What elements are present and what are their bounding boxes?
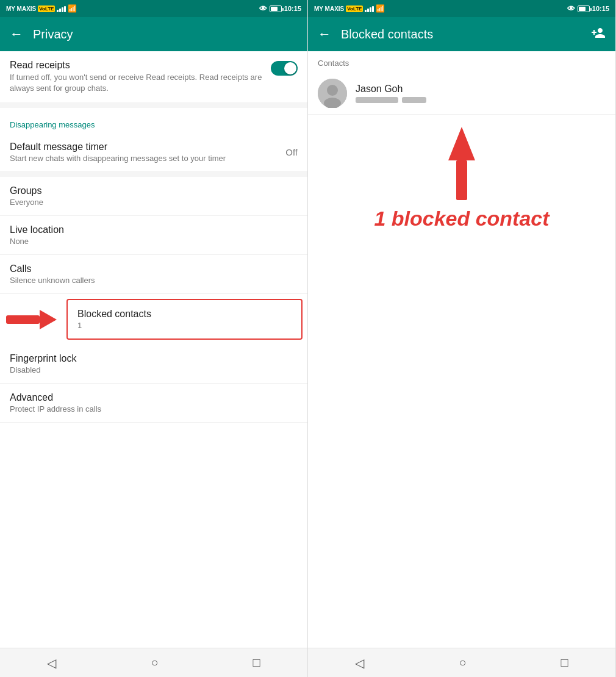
carrier-left: MY MAXIS [6,5,36,12]
volte-label-left: VoLTE [38,5,55,12]
divider-2 [0,172,307,177]
read-receipts-item[interactable]: Read receipts If turned off, you won't s… [0,51,307,103]
up-arrow-container [448,127,475,200]
bottom-nav-right: ◁ ○ □ [308,648,615,677]
back-nav-left[interactable]: ◁ [47,656,56,670]
arrow-shaft [6,315,40,324]
add-person-icon [591,26,606,40]
blocked-contacts-content: Contacts Jason Goh [308,51,615,648]
left-arrow-annotation [6,310,57,329]
live-location-item[interactable]: Live location None [0,216,307,255]
contact-name-jason: Jason Goh [356,84,606,95]
time-right: 10:15 [592,5,609,12]
timer-title: Default message timer [10,141,226,152]
home-nav-right[interactable]: ○ [459,656,466,670]
contact-jason-goh[interactable]: Jason Goh [308,73,615,115]
right-panel: MY MAXIS VoLTE 📶 👁 10:15 ← Blocked conta… [308,0,616,677]
status-bar-right: MY MAXIS VoLTE 📶 👁 10:15 [308,0,615,17]
battery-left [270,5,282,12]
back-button-left[interactable]: ← [10,26,23,42]
arrow-shaft-up [456,160,467,200]
carrier-right: MY MAXIS [314,5,344,12]
status-bar-left: MY MAXIS VoLTE 📶 👁 10:15 [0,0,307,17]
wifi-icon-right: 📶 [376,4,385,13]
time-left: 10:15 [284,5,301,12]
bottom-nav-left: ◁ ○ □ [0,648,307,677]
live-location-title: Live location [10,224,298,235]
home-nav-left[interactable]: ○ [151,656,158,670]
recent-nav-right[interactable]: □ [560,656,568,670]
add-contact-button[interactable] [591,26,606,43]
signal-bars-left [57,5,66,12]
arrow-head-up [448,127,475,160]
volte-label-right: VoLTE [346,5,363,12]
timer-value: Off [285,147,298,157]
advanced-subtitle: Protect IP address in calls [10,404,298,414]
fingerprint-lock-item[interactable]: Fingerprint lock Disabled [0,345,307,384]
left-panel: MY MAXIS VoLTE 📶 👁 10:15 ← Privacy [0,0,308,677]
calls-title: Calls [10,263,298,274]
groups-item[interactable]: Groups Everyone [0,177,307,216]
back-button-right[interactable]: ← [318,26,331,42]
blocked-contacts-title-header: Blocked contacts [341,27,581,41]
calls-item[interactable]: Calls Silence unknown callers [0,255,307,294]
default-message-timer-item[interactable]: Default message timer Start new chats wi… [0,133,307,172]
blocked-contacts-count: 1 [77,321,292,330]
live-location-subtitle: None [10,237,298,246]
svg-point-1 [327,85,338,96]
contact-info-jason: Jason Goh [356,84,606,103]
blocked-contacts-row: Blocked contacts 1 [0,294,307,345]
recent-nav-left[interactable]: □ [252,656,260,670]
avatar-jason [318,79,347,108]
privacy-title: Privacy [33,27,298,41]
read-receipts-toggle[interactable] [271,61,298,76]
contacts-section-label: Contacts [308,51,615,73]
status-right-right: 👁 10:15 [567,4,609,13]
groups-subtitle: Everyone [10,198,298,207]
eye-icon-left: 👁 [259,4,267,13]
annotation-container: 1 blocked contact [308,115,615,230]
wifi-icon-left: 📶 [68,4,77,13]
status-right-left: 👁 10:15 [259,4,301,13]
signal-bars-right [365,5,374,12]
avatar-icon [318,79,347,108]
privacy-header: ← Privacy [0,17,307,51]
advanced-title: Advanced [10,392,298,403]
back-nav-right[interactable]: ◁ [355,656,364,670]
blocked-contacts-header: ← Blocked contacts [308,17,615,51]
contact-number-blurred [356,97,606,103]
privacy-content: Read receipts If turned off, you won't s… [0,51,307,648]
timer-subtitle: Start new chats with disappearing messag… [10,154,226,163]
eye-icon-right: 👁 [567,4,575,13]
divider-1 [0,103,307,108]
fingerprint-title: Fingerprint lock [10,353,298,364]
disappearing-messages-label: Disappearing messages [0,108,307,133]
blocked-contacts-item[interactable]: Blocked contacts 1 [66,299,303,340]
groups-title: Groups [10,185,298,196]
read-receipts-title: Read receipts [10,60,265,71]
status-left: MY MAXIS VoLTE 📶 [6,4,77,13]
status-left-right: MY MAXIS VoLTE 📶 [314,4,385,13]
advanced-item[interactable]: Advanced Protect IP address in calls [0,384,307,423]
battery-right [578,5,590,12]
calls-subtitle: Silence unknown callers [10,276,298,285]
read-receipts-subtitle: If turned off, you won't send or receive… [10,72,265,94]
arrow-head [40,310,57,329]
blocked-contacts-title: Blocked contacts [77,309,292,320]
fingerprint-subtitle: Disabled [10,365,298,374]
annotation-text: 1 blocked contact [374,207,549,230]
